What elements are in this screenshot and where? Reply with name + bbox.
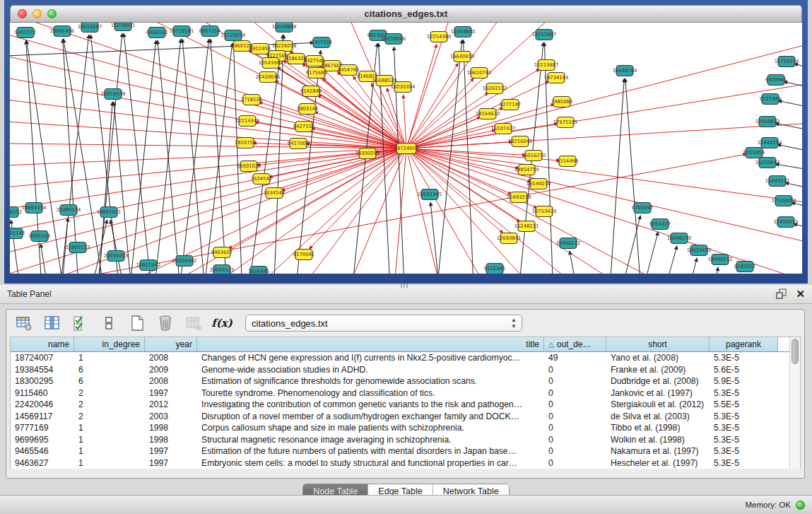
graph-node[interactable]: 13216042 [508, 136, 533, 147]
graph-node[interactable]: 20033453 [104, 251, 129, 262]
graph-node[interactable]: 18226058 [272, 41, 297, 52]
table-cell-short[interactable]: Hescheler et al. (1997) [606, 458, 710, 468]
close-window-icon[interactable] [18, 9, 27, 18]
graph-node[interactable]: 19531345 [418, 189, 442, 200]
graph-node[interactable]: 16210643 [755, 158, 780, 168]
column-header-title[interactable]: title [197, 337, 544, 351]
graph-node[interactable]: 12444154 [758, 138, 782, 148]
create-column-icon[interactable] [128, 314, 146, 332]
table-cell-year[interactable]: 1997 [145, 388, 197, 398]
graph-node[interactable]: 19218986 [382, 34, 406, 45]
network-canvas[interactable]: 9405572206914061065328715276021646616010… [10, 23, 802, 274]
graph-node[interactable]: 19610793 [467, 68, 492, 78]
graph-edge[interactable] [116, 23, 406, 148]
graph-node[interactable]: 12215987 [532, 30, 557, 40]
graph-node[interactable]: 7357224 [311, 37, 332, 48]
table-cell-short[interactable]: Yano et al. (2008) [606, 353, 710, 363]
graph-node[interactable]: 12093832 [755, 117, 780, 127]
graph-node-hub[interactable]: 18724007 [394, 144, 419, 154]
table-cell-short[interactable]: Stergiakouli et al. (2012) [606, 399, 710, 409]
graph-node[interactable]: 9329966 [765, 75, 787, 86]
graph-edge[interactable] [635, 232, 658, 274]
table-cell-out_de[interactable]: 0 [544, 411, 606, 421]
graph-node[interactable]: 9405572 [15, 28, 36, 38]
table-cell-name[interactable]: 14569117 [11, 411, 74, 421]
graph-node[interactable]: 20053349 [101, 89, 126, 100]
graph-edge[interactable] [201, 43, 233, 274]
graph-node[interactable]: 10466122 [556, 238, 581, 249]
graph-node[interactable]: 9463627 [211, 247, 233, 258]
graph-node[interactable]: 16648784 [613, 66, 637, 76]
table-cell-title[interactable]: Genome-wide association studies in ADHD. [197, 365, 544, 375]
graph-node[interactable]: 19893454 [22, 203, 47, 214]
graph-node[interactable]: 9122345 [484, 264, 505, 274]
graph-node[interactable]: 16261512 [483, 83, 507, 94]
table-row[interactable]: 1830029562008Estimation of significance … [11, 375, 800, 387]
row-height-icon[interactable] [100, 314, 118, 332]
graph-node[interactable]: 10753423 [532, 206, 557, 217]
table-cell-year[interactable]: 2012 [145, 399, 197, 409]
graph-node[interactable]: 15248211 [514, 221, 539, 232]
float-panel-icon[interactable] [775, 288, 787, 300]
table-cell-year[interactable]: 1998 [145, 423, 197, 433]
table-cell-pagerank[interactable]: 5.9E-5 [710, 376, 778, 386]
graph-node[interactable]: 8427552 [293, 122, 314, 132]
table-cell-pagerank[interactable]: 5.5E-5 [710, 399, 778, 409]
graph-edge[interactable] [406, 148, 802, 249]
graph-node[interactable]: 9245012 [734, 262, 755, 272]
graph-node[interactable]: 16033809 [272, 23, 297, 33]
graph-node[interactable]: 6791947 [632, 203, 653, 214]
table-cell-pagerank[interactable]: 5.3E-5 [710, 458, 778, 468]
table-cell-out_de[interactable]: 0 [544, 388, 606, 398]
delete-column-icon[interactable] [156, 314, 175, 332]
graph-edge[interactable] [10, 69, 406, 148]
graph-node[interactable]: 9242848 [300, 86, 322, 97]
table-cell-out_de[interactable]: 0 [544, 399, 606, 409]
table-vertical-scrollbar[interactable] [789, 337, 800, 469]
table-cell-out_de[interactable]: 0 [544, 365, 606, 375]
column-header-name[interactable]: name [11, 337, 74, 351]
graph-node[interactable]: 7634345 [248, 267, 269, 274]
table-cell-pagerank[interactable]: 5.3E-5 [710, 446, 778, 456]
graph-node[interactable]: 9912954 [249, 44, 271, 54]
graph-node[interactable]: 16640910 [450, 52, 475, 62]
table-cell-title[interactable]: Changes of HCN gene expression and I(f) … [197, 353, 544, 363]
panel-resize-grip[interactable] [401, 284, 408, 288]
table-cell-out_de[interactable]: 49 [544, 353, 606, 363]
column-header-out_de[interactable]: △out_de… [544, 337, 606, 351]
graph-node[interactable]: 9905133 [10, 228, 25, 239]
graph-edge[interactable] [406, 148, 505, 274]
column-header-in_degree[interactable]: in_degree [74, 337, 145, 351]
table-cell-year[interactable]: 2003 [145, 411, 197, 421]
graph-edge[interactable] [10, 148, 406, 168]
graph-node[interactable]: 10923452 [687, 245, 712, 256]
graph-edge[interactable] [114, 102, 134, 274]
table-cell-title[interactable]: Corpus callosum shape and size in male p… [197, 423, 544, 433]
graph-node[interactable]: 20691406 [50, 26, 75, 37]
table-cell-in_degree[interactable]: 1 [74, 446, 145, 456]
close-panel-icon[interactable]: ✕ [796, 288, 805, 300]
table-cell-in_degree[interactable]: 1 [74, 435, 145, 445]
graph-edge[interactable] [430, 202, 442, 274]
table-cell-out_de[interactable]: 0 [544, 458, 606, 468]
graph-node[interactable]: 21004342 [172, 256, 197, 267]
graph-node[interactable]: 18164610 [476, 109, 500, 119]
graph-node[interactable]: 7485083 [551, 97, 572, 107]
table-cell-title[interactable]: Estimation of the future numbers of pati… [197, 446, 544, 456]
table-cell-short[interactable]: Tibbo et al. (1998) [606, 423, 710, 433]
table-cell-title[interactable]: Tourette syndrome. Phenomenology and cla… [197, 388, 544, 398]
table-cell-year[interactable]: 2008 [145, 353, 197, 363]
table-cell-in_degree[interactable]: 1 [74, 353, 145, 363]
graph-edge[interactable] [777, 144, 802, 157]
graph-node[interactable]: 15276021 [111, 23, 136, 31]
graph-node[interactable]: 18954759 [514, 165, 539, 175]
graph-node[interactable]: 16549210 [526, 179, 551, 189]
table-cell-year[interactable]: 2008 [145, 376, 197, 386]
table-cell-name[interactable]: 18724007 [11, 353, 74, 363]
graph-edge[interactable] [406, 148, 802, 274]
graph-edge[interactable] [794, 224, 802, 235]
table-cell-title[interactable]: Structural magnetic resonance image aver… [197, 435, 544, 445]
table-row[interactable]: 1456911722003Disruption of a novel membe… [11, 411, 800, 423]
column-header-short[interactable]: short [606, 337, 710, 351]
table-row[interactable]: 946362711997Embryonic stem cells: a mode… [11, 457, 800, 469]
